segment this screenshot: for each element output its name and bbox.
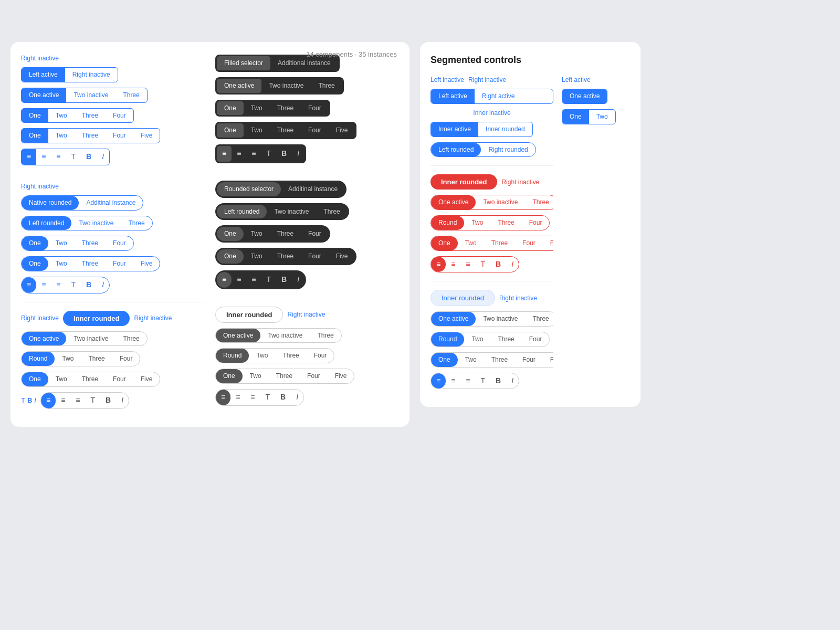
align-center-icon-3[interactable]: ≡ (56, 393, 70, 408)
seg-two-inactive-2[interactable]: Two inactive (71, 216, 121, 230)
dark-round-four[interactable]: One Two Three Four (215, 225, 330, 243)
r-red-four-r[interactable]: Four (522, 216, 550, 230)
seg-two-ri[interactable]: Two (55, 352, 81, 366)
r-red-round[interactable]: Round Two Three Four (430, 215, 550, 230)
italic-icon[interactable]: I (97, 149, 109, 165)
dark-round-two[interactable]: Two inactive (267, 205, 316, 219)
seg-native-active[interactable]: Native rounded (22, 196, 79, 210)
seg-four-r[interactable]: Four (106, 236, 133, 250)
seg-four-items[interactable]: One Two Three Four (21, 108, 134, 123)
r-red-icons[interactable]: ≡ ≡ ≡ T B I (430, 256, 519, 273)
r-red-five[interactable]: One Two Three Four Five (430, 236, 553, 251)
dark-four-3[interactable]: Four (301, 123, 329, 138)
r-inner-active-btn[interactable]: Inner active (431, 122, 478, 136)
seg-three[interactable]: Three (116, 88, 146, 102)
filled-sel-active[interactable]: Filled selector (217, 56, 270, 70)
seg-left-rounded-active[interactable]: Left rounded (22, 216, 71, 230)
seg-inner-light-five[interactable]: One Two Three Four Five (215, 369, 354, 384)
seg-one-active[interactable]: One active (22, 88, 66, 102)
r-red-three-r[interactable]: Three (490, 216, 521, 230)
align-right-icon-3[interactable]: ≡ (70, 393, 85, 408)
bold-icon[interactable]: B (81, 149, 97, 165)
seg-five-items[interactable]: One Two Three Four Five (21, 128, 160, 143)
r-light-two[interactable]: Two inactive (476, 312, 525, 326)
dark-italic[interactable]: I (292, 146, 304, 162)
inner-light-round-active[interactable]: Round (216, 349, 249, 363)
text-icon-2[interactable]: T (66, 277, 81, 293)
dark-align-left[interactable]: ≡ (217, 146, 232, 162)
r-light-two-3[interactable]: Two (458, 353, 484, 367)
inner-light-four-2[interactable]: Four (300, 369, 328, 383)
r-light-three-3[interactable]: Three (484, 353, 515, 367)
text-icon[interactable]: T (66, 149, 81, 165)
dark-round-five[interactable]: One Two Three Four Five (215, 248, 356, 265)
align-left-icon-3[interactable]: ≡ (41, 393, 56, 408)
r-light-align-center[interactable]: ≡ (446, 373, 460, 389)
seg-three-ri[interactable]: Three (81, 352, 112, 366)
inner-light-align-center[interactable]: ≡ (230, 390, 245, 405)
r-light-round-active[interactable]: Round (431, 332, 464, 346)
r-red-five-3[interactable]: Five (543, 236, 553, 250)
seg-additional[interactable]: Additinal instance (79, 196, 143, 210)
dark-one-3[interactable]: One (217, 123, 244, 138)
seg-five-rounded[interactable]: One Two Three Four Five (21, 256, 160, 271)
dark-round-align-left[interactable]: ≡ (217, 272, 232, 288)
inner-light-align-right[interactable]: ≡ (245, 390, 260, 405)
dark-round-bold[interactable]: B (276, 272, 292, 288)
r2-seg-2[interactable]: One Two (562, 109, 616, 124)
seg-four[interactable]: Four (106, 109, 133, 123)
seg-two[interactable]: Two (48, 109, 75, 123)
seg-round-inner[interactable]: Round Two Three Four (21, 351, 140, 366)
inner-light-text[interactable]: T (260, 390, 276, 405)
r-seg-rounded[interactable]: Left rounded Right rounded (430, 142, 536, 158)
inner-light-three-r[interactable]: Three (275, 349, 306, 363)
dark-align-right[interactable]: ≡ (246, 146, 261, 162)
dark-three-2[interactable]: Three (270, 101, 301, 116)
seg-three[interactable]: Three (75, 109, 106, 123)
dark-round-three-3[interactable]: Three (270, 249, 301, 264)
inner-light-two-r[interactable]: Two (249, 349, 275, 363)
r-seg-active[interactable]: Left active Right active (430, 89, 553, 104)
r-left-active[interactable]: Left active (431, 89, 475, 103)
italic-icon-2[interactable]: I (97, 277, 109, 293)
r-red-one-active[interactable]: One active (431, 195, 476, 209)
bold-icon-2[interactable]: B (81, 277, 97, 293)
seg-four-r2[interactable]: Four (106, 257, 133, 271)
filled-additional[interactable]: Additional instance (270, 56, 338, 70)
inner-light-italic[interactable]: I (291, 390, 303, 405)
dark-two-3[interactable]: Two (244, 123, 270, 138)
inner-rounded-btn[interactable]: Inner rounded (63, 311, 130, 326)
seg-five-inner2[interactable]: Five (133, 372, 160, 386)
r-light-five[interactable]: One Two Three Four Five (430, 352, 553, 368)
seg-icons-rounded[interactable]: ≡ ≡ ≡ T B I (21, 277, 110, 293)
r-light-round[interactable]: Round Two Three Four (430, 332, 550, 347)
seg-three-r[interactable]: Three (75, 236, 106, 250)
dark-align-center[interactable]: ≡ (232, 146, 246, 162)
r-light-icons[interactable]: ≡ ≡ ≡ T B I (430, 373, 519, 390)
r-light-align-left[interactable]: ≡ (431, 373, 446, 389)
r-red-align-left[interactable]: ≡ (431, 257, 446, 272)
inner-light-bold[interactable]: B (275, 390, 291, 405)
dark-round-left[interactable]: Left rounded (217, 205, 267, 219)
dark-round-align-center[interactable]: ≡ (232, 272, 246, 288)
dark-round-four-3[interactable]: Four (301, 249, 329, 264)
seg-two-inactive[interactable]: Two inactive (66, 88, 116, 102)
text-icon-3[interactable]: T (85, 393, 100, 408)
r-light-inner-rounded[interactable]: Inner rounded (430, 290, 495, 306)
r-light-seg-three[interactable]: One active Two inactive Three (430, 311, 553, 327)
r-light-four-r[interactable]: Four (522, 332, 550, 346)
seg-item-right-inactive[interactable]: Right inactive (65, 68, 118, 82)
r-light-italic[interactable]: I (506, 373, 519, 389)
seg-two-inner2[interactable]: Two (48, 372, 75, 386)
r-light-five-3[interactable]: Five (543, 353, 553, 367)
r-red-three[interactable]: Three (525, 195, 553, 209)
seg-left-right[interactable]: Left active Right inactive (21, 67, 118, 82)
dark-round-text[interactable]: T (261, 272, 277, 288)
r-red-two-3[interactable]: Two (458, 236, 484, 250)
inner-rounded-light-btn[interactable]: Inner rounded (215, 307, 283, 323)
r-red-four-3[interactable]: Four (515, 236, 543, 250)
rounded-dark-selector[interactable]: Rounded selector Additinal instance (215, 181, 346, 198)
r-light-two-r[interactable]: Two (464, 332, 490, 346)
bold-icon-3[interactable]: B (100, 393, 116, 408)
seg-inner-light-round[interactable]: Round Two Three Four (215, 348, 334, 363)
